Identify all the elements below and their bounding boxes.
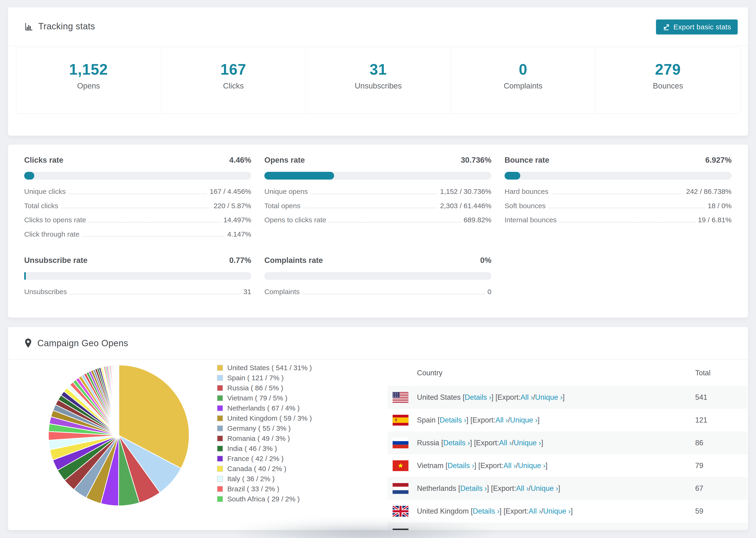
rate-progress-track bbox=[505, 172, 731, 180]
legend-color-swatch bbox=[217, 415, 223, 421]
legend-item[interactable]: Spain ( 121 / 7% ) bbox=[217, 373, 312, 383]
export-all-link[interactable]: All › bbox=[529, 507, 541, 515]
rate-detail-label: Clicks to opens rate bbox=[24, 216, 86, 224]
rate-detail-value: 31 bbox=[243, 288, 251, 296]
rate-progress-fill bbox=[24, 272, 26, 280]
stat-label: Clicks bbox=[223, 81, 244, 90]
legend-item[interactable]: Vietnam ( 79 / 5% ) bbox=[217, 393, 312, 403]
rate-progress-track bbox=[264, 272, 491, 280]
rate-detail-value: 19 / 6.81% bbox=[698, 216, 731, 224]
legend-item[interactable]: Russia ( 86 / 5% ) bbox=[217, 383, 312, 393]
export-all-link[interactable]: All › bbox=[495, 416, 508, 424]
rate-detail-value: 2,303 / 61.446% bbox=[440, 202, 491, 210]
export-all-link[interactable]: All › bbox=[520, 393, 533, 402]
export-unique-link[interactable]: Unique › bbox=[510, 416, 537, 424]
rate-detail-label: Soft bounces bbox=[505, 202, 546, 210]
details-link[interactable]: Details › bbox=[465, 393, 491, 402]
stat-value: 167 bbox=[220, 61, 246, 78]
export-all-link[interactable]: All › bbox=[507, 530, 519, 530]
country-total: 541 bbox=[695, 393, 747, 402]
legend-label: South Africa ( 29 / 2% ) bbox=[227, 495, 299, 503]
details-link[interactable]: Details › bbox=[473, 507, 500, 515]
rate-title: Bounce rate bbox=[505, 155, 549, 165]
legend-label: Germany ( 55 / 3% ) bbox=[227, 424, 291, 432]
rates-card: Clicks rate 4.46% Unique clicks 167 / 4.… bbox=[8, 144, 748, 318]
tracking-stats-card: Tracking stats Export basic stats 1,152 … bbox=[8, 7, 748, 136]
rate-progress-track bbox=[264, 172, 491, 180]
country-flag-icon bbox=[393, 415, 408, 426]
geo-table-row: United States [Details ›] [Export: All ›… bbox=[388, 386, 747, 409]
rate-detail-row: Total clicks 220 / 5.87% bbox=[24, 202, 251, 210]
legend-color-swatch bbox=[217, 446, 223, 452]
campaign-geo-title: Campaign Geo Opens bbox=[37, 338, 128, 348]
legend-item[interactable]: Romania ( 49 / 3% ) bbox=[217, 433, 312, 443]
legend-color-swatch bbox=[217, 395, 223, 401]
rate-detail-row: Total opens 2,303 / 61.446% bbox=[264, 202, 491, 210]
legend-label: Russia ( 86 / 5% ) bbox=[227, 384, 283, 392]
rate-detail-value: 18 / 0% bbox=[708, 202, 731, 210]
stat-tile: 279 Bounces bbox=[595, 47, 740, 113]
country-total: 86 bbox=[695, 439, 747, 447]
legend-item[interactable]: India ( 46 / 3% ) bbox=[217, 443, 312, 454]
rates-grid: Clicks rate 4.46% Unique clicks 167 / 4.… bbox=[24, 155, 731, 296]
rate-detail-label: Unique opens bbox=[264, 188, 308, 196]
rate-title: Clicks rate bbox=[24, 155, 63, 165]
legend-item[interactable]: United Kingdom ( 59 / 3% ) bbox=[217, 413, 312, 423]
legend-color-swatch bbox=[217, 375, 223, 381]
rate-title: Unsubscribe rate bbox=[24, 256, 87, 265]
country-flag-icon bbox=[393, 460, 408, 471]
dotted-leader bbox=[551, 194, 683, 194]
rate-section: Opens rate 30.736% Unique opens 1,152 / … bbox=[264, 155, 491, 238]
legend-color-swatch bbox=[217, 496, 223, 502]
export-unique-link[interactable]: Unique › bbox=[531, 484, 558, 493]
country-total: 121 bbox=[695, 416, 747, 424]
legend-color-swatch bbox=[217, 405, 223, 411]
geo-table-row: Spain [Details ›] [Export: All › / Uniqu… bbox=[388, 409, 747, 431]
country-name: Spain bbox=[417, 416, 436, 424]
details-link[interactable]: Details › bbox=[440, 416, 466, 424]
dotted-leader bbox=[89, 222, 220, 223]
export-unique-link[interactable]: Unique › bbox=[518, 461, 545, 470]
export-unique-link[interactable]: Unique › bbox=[535, 393, 563, 402]
legend-color-swatch bbox=[217, 425, 223, 431]
export-all-link[interactable]: All › bbox=[499, 439, 512, 447]
legend-item[interactable]: France ( 42 / 2% ) bbox=[217, 454, 312, 463]
rate-detail-value: 0 bbox=[487, 288, 491, 296]
rate-detail-label: Opens to clicks rate bbox=[264, 216, 326, 224]
details-link[interactable]: Details › bbox=[460, 484, 487, 493]
details-link[interactable]: Details › bbox=[448, 461, 474, 470]
geo-pie-chart[interactable] bbox=[44, 360, 194, 511]
export-unique-link[interactable]: Unique › bbox=[514, 439, 541, 447]
stat-label: Unsubscribes bbox=[355, 81, 402, 90]
bar-chart-icon bbox=[24, 22, 33, 31]
legend-item[interactable]: United States ( 541 / 31% ) bbox=[217, 363, 312, 373]
country-flag-icon bbox=[393, 483, 408, 494]
geo-table-body: United States [Details ›] [Export: All ›… bbox=[388, 386, 747, 530]
geo-table-header-row: Country Total bbox=[388, 360, 747, 386]
export-button-label: Export basic stats bbox=[674, 23, 731, 31]
stat-value: 31 bbox=[369, 61, 387, 78]
export-all-link[interactable]: All › bbox=[516, 484, 528, 493]
export-unique-link[interactable]: Unique › bbox=[543, 507, 571, 515]
legend-item[interactable]: Italy ( 36 / 2% ) bbox=[217, 474, 312, 484]
rate-value: 30.736% bbox=[461, 155, 491, 165]
legend-item[interactable]: Brazil ( 33 / 2% ) bbox=[217, 484, 312, 494]
legend-label: India ( 46 / 3% ) bbox=[227, 445, 277, 453]
tracking-stats-header: Tracking stats Export basic stats bbox=[8, 7, 748, 46]
rate-detail-row: Complaints 0 bbox=[264, 288, 491, 296]
legend-item[interactable]: South Africa ( 29 / 2% ) bbox=[217, 494, 312, 504]
details-link[interactable]: Details › bbox=[451, 530, 478, 530]
export-basic-stats-button[interactable]: Export basic stats bbox=[656, 20, 738, 34]
legend-label: United States ( 541 / 31% ) bbox=[227, 364, 312, 372]
legend-item[interactable]: Canada ( 40 / 2% ) bbox=[217, 463, 312, 474]
export-all-link[interactable]: All › bbox=[503, 461, 516, 470]
legend-item[interactable]: Germany ( 55 / 3% ) bbox=[217, 423, 312, 433]
legend-item[interactable]: Netherlands ( 67 / 4% ) bbox=[217, 403, 312, 413]
country-flag-icon bbox=[393, 392, 408, 403]
rate-detail-row: Unique clicks 167 / 4.456% bbox=[24, 188, 251, 196]
rate-detail-row: Internal bounces 19 / 6.81% bbox=[505, 216, 731, 224]
campaign-geo-header: Campaign Geo Opens bbox=[8, 327, 748, 360]
details-link[interactable]: Details › bbox=[443, 439, 470, 447]
export-unique-link[interactable]: Unique › bbox=[521, 530, 549, 530]
stat-tile: 167 Clicks bbox=[161, 47, 306, 113]
